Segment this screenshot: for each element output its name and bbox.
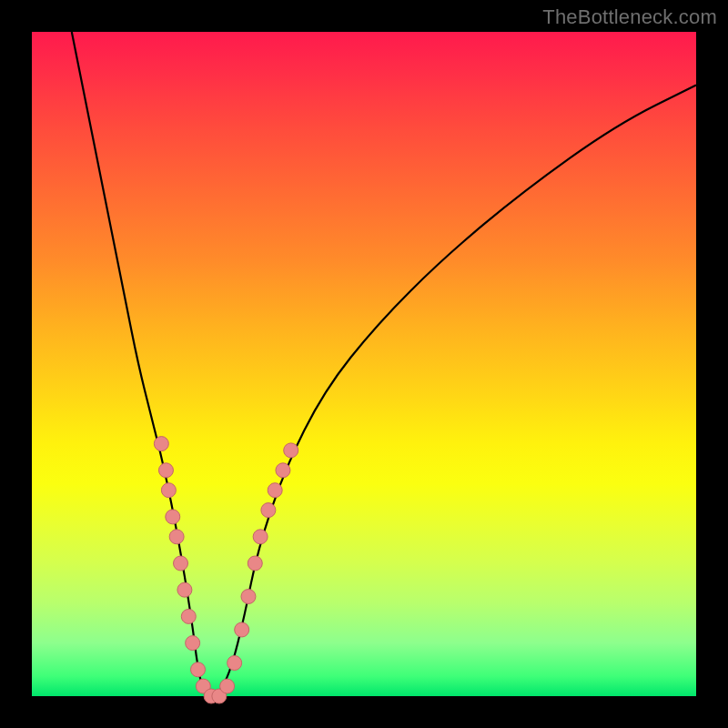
chart-frame: TheBottleneck.com [0, 0, 728, 728]
watermark-text: TheBottleneck.com [542, 5, 717, 29]
plot-area [32, 32, 696, 696]
